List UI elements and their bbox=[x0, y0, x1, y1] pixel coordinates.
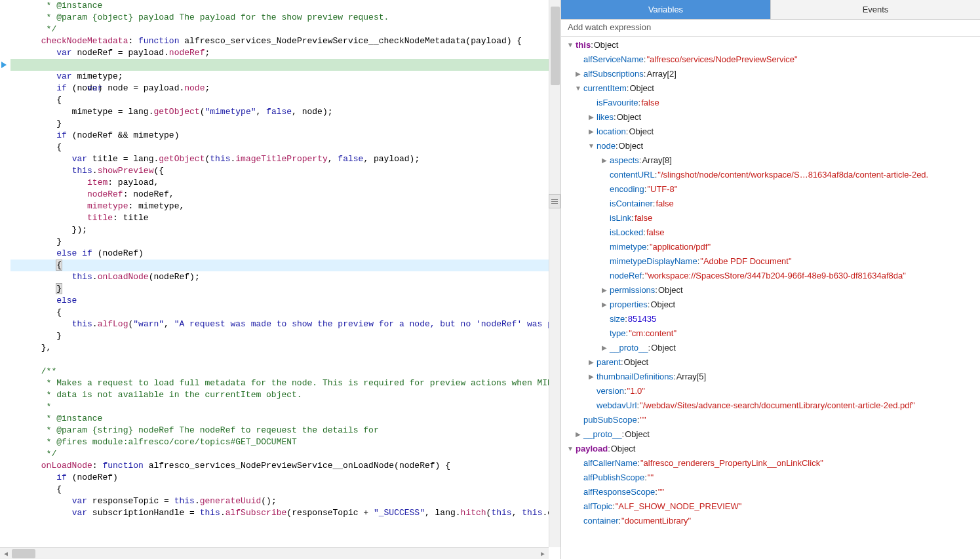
tree-row[interactable]: nodeRef: "workspace://SpacesStore/3447b2… bbox=[561, 269, 980, 283]
code-text: /** bbox=[10, 366, 56, 376]
var-value: 851435 bbox=[628, 312, 656, 326]
chevron-right-icon[interactable]: ▶ bbox=[600, 301, 608, 309]
code-text: alfresco_services_NodePreviewService__ch… bbox=[179, 36, 522, 46]
tree-row[interactable]: isLocked: false bbox=[561, 225, 980, 240]
breakpoint-line[interactable]: var node = payload.node; bbox=[10, 59, 549, 71]
chevron-down-icon[interactable]: ▼ bbox=[574, 85, 582, 92]
tree-row-this[interactable]: ▼this: Object bbox=[561, 38, 980, 52]
tree-row[interactable]: ▶location: Object bbox=[561, 125, 980, 139]
code-text: this bbox=[200, 508, 220, 518]
tree-row[interactable]: version: "1.0" bbox=[561, 384, 980, 398]
tree-row[interactable]: ▶alfSubscriptions: Array[2] bbox=[561, 67, 980, 81]
chevron-right-icon[interactable]: ▶ bbox=[587, 358, 595, 366]
chevron-down-icon[interactable]: ▼ bbox=[566, 41, 574, 49]
tree-row[interactable]: ▶likes: Object bbox=[561, 110, 980, 125]
chevron-right-icon[interactable]: ▶ bbox=[600, 344, 608, 352]
tree-row[interactable]: ▶permissions: Object bbox=[561, 283, 980, 298]
var-key: alfPublishScope bbox=[583, 471, 644, 485]
tree-row[interactable]: contentURL: "/slingshot/node/content/wor… bbox=[561, 168, 980, 182]
chevron-right-icon[interactable]: ▶ bbox=[587, 113, 595, 121]
var-key: __proto__ bbox=[610, 341, 648, 355]
tree-row[interactable]: alfCallerName: "alfresco_renderers_Prope… bbox=[561, 456, 980, 471]
code-text: } bbox=[10, 237, 62, 246]
tree-row[interactable]: container: "documentLibrary" bbox=[561, 514, 980, 528]
var-value: Object bbox=[619, 139, 644, 153]
tree-row[interactable]: ▶parent: Object bbox=[561, 355, 980, 370]
var-key: properties bbox=[610, 298, 648, 312]
tree-row[interactable]: mimetype: "application/pdf" bbox=[561, 240, 980, 254]
scroll-right-icon[interactable]: ▶ bbox=[537, 548, 549, 560]
code-content[interactable]: * @instance * @param {object} payload Th… bbox=[0, 0, 549, 547]
code-text: , bbox=[164, 319, 174, 329]
code-text bbox=[10, 154, 72, 164]
tab-events[interactable]: Events bbox=[770, 0, 980, 19]
splitter-handle-icon[interactable] bbox=[549, 194, 560, 208]
execution-pointer-icon bbox=[0, 59, 9, 71]
code-text: , lang. bbox=[425, 508, 461, 518]
code-text bbox=[10, 496, 72, 506]
code-text: , bbox=[328, 154, 338, 164]
code-text: "warn" bbox=[133, 319, 164, 329]
code-text: */ bbox=[10, 24, 56, 34]
scrollbar-thumb[interactable] bbox=[551, 7, 560, 85]
code-text: ; bbox=[205, 48, 210, 58]
var-key: alfCallerName bbox=[583, 456, 637, 471]
var-value: Object bbox=[651, 341, 676, 355]
scroll-left-icon[interactable]: ◀ bbox=[0, 548, 12, 560]
chevron-right-icon[interactable]: ▶ bbox=[587, 128, 595, 136]
tree-row[interactable]: ▶__proto__: Object bbox=[561, 427, 980, 442]
tree-row[interactable]: ▶__proto__: Object bbox=[561, 341, 980, 355]
var-key: nodeRef bbox=[610, 269, 642, 283]
tree-row[interactable]: mimetypeDisplayName: "Adobe PDF Document… bbox=[561, 254, 980, 269]
chevron-right-icon[interactable]: ▶ bbox=[574, 70, 582, 78]
tree-row[interactable]: isContainer: false bbox=[561, 197, 980, 211]
tree-row[interactable]: size: 851435 bbox=[561, 312, 980, 326]
var-value: Array[5] bbox=[676, 370, 707, 384]
tree-row[interactable]: pubSubScope: "" bbox=[561, 413, 980, 427]
tree-row-payload[interactable]: ▼payload: Object bbox=[561, 442, 980, 456]
var-value: false bbox=[635, 211, 652, 225]
tree-row[interactable]: isFavourite: false bbox=[561, 96, 980, 110]
chevron-down-icon[interactable]: ▼ bbox=[587, 142, 595, 150]
chevron-right-icon[interactable]: ▶ bbox=[574, 431, 582, 438]
var-key: mimetypeDisplayName bbox=[610, 254, 697, 269]
tree-row[interactable]: type: "cm:content" bbox=[561, 326, 980, 341]
code-text: alfresco_services_NodePreviewService__on… bbox=[144, 461, 450, 471]
vertical-scrollbar[interactable] bbox=[549, 0, 560, 547]
chevron-right-icon[interactable]: ▶ bbox=[600, 157, 608, 164]
scrollbar-thumb[interactable] bbox=[12, 549, 35, 558]
code-text: node = payload. bbox=[102, 83, 184, 93]
code-text: mimetype; bbox=[72, 71, 123, 81]
tree-row[interactable]: alfTopic: "ALF_SHOW_NODE_PREVIEW" bbox=[561, 499, 980, 514]
tree-row[interactable]: ▶properties: Object bbox=[561, 298, 980, 312]
tree-row[interactable]: alfServiceName: "alfresco/services/NodeP… bbox=[561, 52, 980, 67]
chevron-right-icon[interactable]: ▶ bbox=[587, 373, 595, 381]
horizontal-scrollbar[interactable]: ◀ ▶ bbox=[0, 547, 549, 559]
tree-row[interactable]: ▶thumbnailDefinitions: Array[5] bbox=[561, 370, 980, 384]
var-value: "/slingshot/node/content/workspace/S…816… bbox=[657, 168, 928, 182]
tree-row[interactable]: ▼node: Object bbox=[561, 139, 980, 153]
code-text: */ bbox=[10, 449, 56, 459]
code-text: }); bbox=[10, 225, 87, 235]
var-key: isContainer bbox=[610, 197, 653, 211]
code-text bbox=[10, 248, 56, 258]
tree-row[interactable]: ▼currentItem: Object bbox=[561, 81, 980, 96]
tree-row[interactable]: alfResponseScope: "" bbox=[561, 485, 980, 499]
chevron-right-icon[interactable]: ▶ bbox=[600, 286, 608, 294]
tree-row[interactable]: isLink: false bbox=[561, 211, 980, 225]
tree-row[interactable]: encoding: "UTF-8" bbox=[561, 182, 980, 197]
chevron-down-icon[interactable]: ▼ bbox=[566, 445, 574, 453]
tree-row[interactable]: webdavUrl: "/webdav/Sites/advance-search… bbox=[561, 398, 980, 413]
var-value: "" bbox=[640, 413, 646, 427]
tab-variables[interactable]: Variables bbox=[561, 0, 770, 19]
tree-row[interactable]: alfPublishScope: "" bbox=[561, 471, 980, 485]
add-watch-input[interactable]: Add watch expression bbox=[561, 20, 980, 37]
code-text: (nodeRef && mimetype) bbox=[67, 130, 180, 140]
svg-marker-0 bbox=[1, 62, 7, 68]
var-key: this bbox=[576, 38, 591, 52]
variables-tree[interactable]: ▼this: Object alfServiceName: "alfresco/… bbox=[561, 37, 980, 559]
code-text bbox=[10, 36, 41, 46]
var-key: version bbox=[597, 384, 624, 398]
scrollbar-track[interactable] bbox=[12, 548, 537, 559]
tree-row[interactable]: ▶aspects: Array[8] bbox=[561, 153, 980, 168]
